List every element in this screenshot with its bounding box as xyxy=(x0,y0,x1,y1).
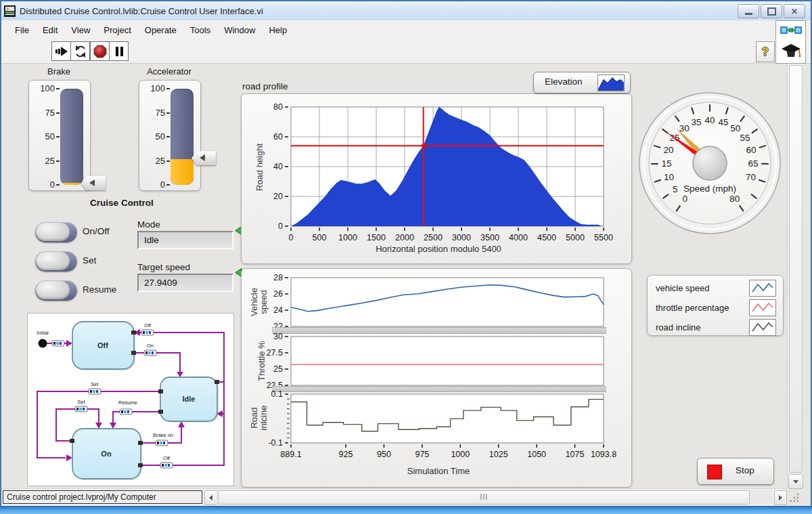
menu-item-tools[interactable]: Tools xyxy=(183,22,217,38)
vscroll-down-button[interactable] xyxy=(788,474,803,489)
road-profile-chart[interactable]: 0204060800500100015002000250030003500400… xyxy=(269,99,635,247)
elevation-legend-label: Elevation xyxy=(545,77,583,87)
svg-text:On: On xyxy=(147,343,154,349)
menu-item-operate[interactable]: Operate xyxy=(138,22,183,38)
execution-target-indicator[interactable]: Cruise control project.lvproj/My Compute… xyxy=(3,490,202,504)
transition-chip xyxy=(144,350,156,356)
stop-icon xyxy=(707,465,722,479)
set-knob xyxy=(36,252,70,270)
svg-text:Brake on: Brake on xyxy=(153,432,173,438)
minimize-icon xyxy=(745,13,752,15)
help-icon: ? xyxy=(762,46,769,58)
legend-swatch xyxy=(749,280,776,297)
target-speed-label: Target speed xyxy=(137,262,190,272)
accelerator-pointer-arrow-icon xyxy=(200,154,205,161)
svg-text:On: On xyxy=(101,450,112,458)
elevation-legend-button[interactable]: Elevation xyxy=(533,72,631,93)
vscroll-thumb[interactable] xyxy=(789,65,803,473)
accel-scale-0: 0 xyxy=(160,179,165,190)
pause-button[interactable] xyxy=(110,42,128,60)
minimize-button[interactable] xyxy=(738,4,759,18)
legend-item-road-incline[interactable]: road incline xyxy=(648,318,783,337)
hscroll-thumb[interactable] xyxy=(218,490,750,505)
run-icon xyxy=(55,45,68,58)
target-speed-value: 27.9409 xyxy=(144,278,177,288)
menu-item-window[interactable]: Window xyxy=(217,22,262,38)
svg-text:Off: Off xyxy=(163,455,171,461)
close-button[interactable]: ✕ xyxy=(784,4,805,18)
hscroll-right-button[interactable] xyxy=(774,490,787,505)
svg-text:925: 925 xyxy=(339,450,353,459)
run-continuously-button[interactable] xyxy=(71,42,89,60)
accelerator-track[interactable] xyxy=(171,89,194,185)
stop-button[interactable]: Stop xyxy=(697,458,774,485)
hscroll-left-button[interactable] xyxy=(204,490,217,505)
state-diagram: Off Idle On Initial Off On Set xyxy=(27,313,234,486)
left-arrow-icon xyxy=(209,495,212,500)
mode-label: Mode xyxy=(137,219,160,230)
svg-text:3000: 3000 xyxy=(452,233,471,242)
help-button[interactable]: ? xyxy=(756,41,775,62)
set-toggle[interactable] xyxy=(35,251,77,272)
brake-scale-50: 50 xyxy=(45,131,55,142)
svg-text:0.1: 0.1 xyxy=(271,389,283,399)
svg-text:25: 25 xyxy=(273,364,283,374)
title-bar[interactable]: Distributed Cruise Control.lvlib:Cruise … xyxy=(1,1,811,21)
svg-text:2000: 2000 xyxy=(395,233,414,242)
transition-chip xyxy=(156,440,168,446)
menu-item-file[interactable]: File xyxy=(8,22,36,38)
brake-fill xyxy=(60,183,83,185)
vi-icon-box[interactable] xyxy=(775,20,806,64)
accelerator-slider[interactable]: 100 75 50 25 0 xyxy=(139,80,201,191)
target-speed-field: 27.9409 xyxy=(137,274,233,292)
hscroll-track[interactable] xyxy=(217,490,773,505)
brake-pointer[interactable] xyxy=(81,176,106,190)
svg-text:5500: 5500 xyxy=(594,233,613,242)
accelerator-pointer[interactable] xyxy=(191,151,216,165)
elevation-area-icon xyxy=(598,75,624,91)
menu-item-help[interactable]: Help xyxy=(262,22,294,38)
vscroll-track[interactable] xyxy=(787,64,803,489)
transition-chip xyxy=(141,330,154,335)
svg-text:60: 60 xyxy=(746,145,757,155)
window-border-left xyxy=(0,0,1,514)
legend-item-vehicle-speed[interactable]: vehicle speed xyxy=(648,278,783,298)
road-incline-chart: 0.1-0.1889.19259509751000102510501075109… xyxy=(269,391,635,462)
menu-item-edit[interactable]: Edit xyxy=(36,22,64,38)
brake-track[interactable] xyxy=(60,89,83,185)
toolbar xyxy=(1,39,811,64)
elevation-plot-swatch xyxy=(597,74,625,91)
restore-button[interactable] xyxy=(761,4,782,18)
mode-field: Idle xyxy=(137,231,233,249)
pause-icon xyxy=(114,45,125,58)
right-arrow-icon xyxy=(779,495,782,500)
initial-state-dot xyxy=(39,339,47,348)
resume-knob xyxy=(36,281,70,299)
brake-scale-0: 0 xyxy=(50,179,55,190)
transition-chip xyxy=(120,409,132,414)
svg-text:-0.1: -0.1 xyxy=(268,438,283,448)
resize-grip[interactable] xyxy=(787,489,803,505)
resume-toggle[interactable] xyxy=(35,280,77,301)
svg-text:Off: Off xyxy=(97,341,108,349)
chart-separator xyxy=(272,327,606,334)
svg-text:30: 30 xyxy=(273,332,283,341)
run-continuously-icon xyxy=(74,45,87,58)
menu-item-project[interactable]: Project xyxy=(97,22,137,38)
svg-text:0: 0 xyxy=(683,194,688,204)
svg-text:2500: 2500 xyxy=(424,233,443,242)
accelerator-label: Accelerator xyxy=(139,66,200,77)
run-button[interactable] xyxy=(52,42,71,60)
brake-slider[interactable]: 100 75 50 25 0 xyxy=(28,80,91,191)
road-profile-xlabel: Horizontal position modulo 5400 xyxy=(269,244,608,254)
waveform-legend: vehicle speed throttle percentage road i… xyxy=(647,275,784,336)
legend-item-throttle-percentage[interactable]: throttle percentage xyxy=(648,298,783,318)
abort-button[interactable] xyxy=(91,42,110,60)
resume-label: Resume xyxy=(83,284,116,295)
onoff-toggle[interactable] xyxy=(35,222,77,242)
road-incline-ylabel: Roadinlcine xyxy=(250,387,269,448)
svg-text:35: 35 xyxy=(692,117,702,127)
menu-item-view[interactable]: View xyxy=(64,22,97,38)
execution-target-text: Cruise control project.lvproj/My Compute… xyxy=(7,492,156,502)
svg-text:50: 50 xyxy=(730,123,740,133)
